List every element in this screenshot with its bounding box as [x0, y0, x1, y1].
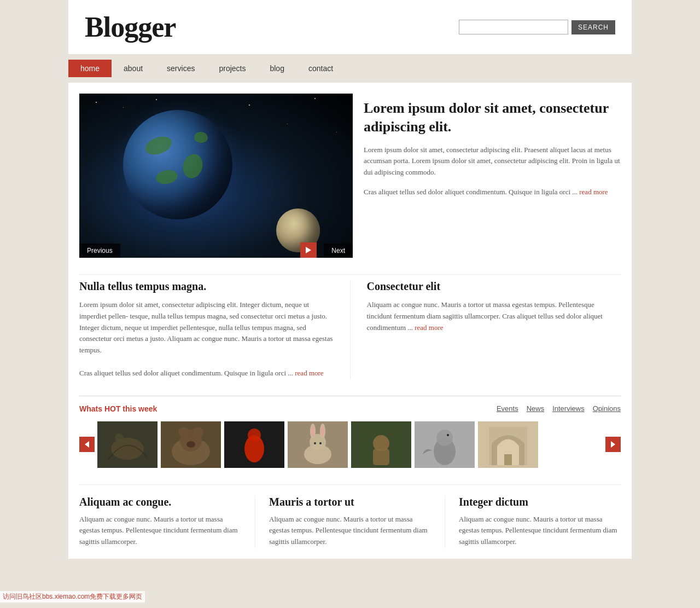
col-left-title: Nulla tellus tempus magna. — [79, 280, 334, 293]
hot-image-grid — [97, 421, 603, 468]
play-button[interactable] — [300, 242, 317, 258]
featured-section: Previous Next Lorem ipsum dolor sit amet… — [79, 94, 621, 258]
nav-link-projects[interactable]: projects — [207, 60, 258, 77]
nav-item-home[interactable]: home — [68, 60, 112, 77]
main-nav: home about services projects blog contac… — [68, 54, 632, 83]
nav-item-projects[interactable]: projects — [207, 60, 258, 77]
search-input[interactable] — [459, 20, 568, 34]
hot-header: Whats HOT this week Events News Intervie… — [79, 404, 621, 413]
hot-prev-button[interactable] — [79, 437, 95, 452]
featured-desc2: Cras aliquet tellus sed dolor aliquet co… — [364, 187, 621, 198]
hot-image-1[interactable] — [97, 421, 158, 468]
svg-point-22 — [319, 442, 322, 444]
col-right-text: Aliquam ac congue nunc. Mauris a tortor … — [367, 299, 621, 333]
prev-button[interactable]: Previous — [79, 244, 120, 258]
bottom-col-2: Mauris a tortor ut Aliquam ac congue nun… — [269, 496, 445, 548]
col-left-read-more[interactable]: read more — [295, 369, 323, 377]
svg-rect-32 — [504, 454, 512, 465]
nav-link-blog[interactable]: blog — [258, 60, 296, 77]
bottom-col-1: Aliquam ac congue. Aliquam ac congue nun… — [79, 496, 255, 548]
nav-item-contact[interactable]: contact — [296, 60, 345, 77]
bottom-col2-text: Aliquam ac congue nunc. Mauris a tortor … — [269, 514, 431, 548]
column-right: Consectetur elit Aliquam ac congue nunc.… — [367, 280, 621, 379]
bottom-col-3: Integer dictum Aliquam ac congue nunc. M… — [459, 496, 621, 548]
two-column-section: Nulla tellus tempus magna. Lorem ipsum d… — [79, 274, 621, 379]
bottom-col1-title: Aliquam ac congue. — [79, 496, 241, 508]
hot-title: Whats HOT this week — [79, 404, 157, 413]
nav-item-services[interactable]: services — [155, 60, 207, 77]
svg-point-9 — [192, 427, 203, 438]
nav-item-blog[interactable]: blog — [258, 60, 296, 77]
svg-point-25 — [373, 435, 389, 451]
bottom-col3-title: Integer dictum — [459, 496, 621, 508]
featured-desc1: Lorem ipsum dolor sit amet, consectetur … — [364, 144, 621, 178]
three-column-section: Aliquam ac congue. Aliquam ac congue nun… — [79, 484, 621, 548]
bottom-col1-text: Aliquam ac congue nunc. Mauris a tortor … — [79, 514, 241, 548]
nav-link-about[interactable]: about — [112, 60, 155, 77]
featured-read-more[interactable]: read more — [579, 188, 608, 196]
featured-image: Previous Next — [79, 94, 353, 258]
svg-point-29 — [447, 434, 449, 436]
svg-point-13 — [248, 429, 261, 442]
nav-link-services[interactable]: services — [155, 60, 207, 77]
bottom-col2-title: Mauris a tortor ut — [269, 496, 431, 508]
nav-link-contact[interactable]: contact — [296, 60, 345, 77]
search-area: SEARCH — [459, 20, 615, 34]
bottom-col3-text: Aliquam ac congue nunc. Mauris a tortor … — [459, 514, 621, 548]
site-logo: Blogger — [85, 11, 176, 43]
svg-marker-1 — [85, 441, 89, 448]
search-button[interactable]: SEARCH — [571, 20, 615, 34]
column-left: Nulla tellus tempus magna. Lorem ipsum d… — [79, 280, 351, 379]
svg-point-8 — [178, 427, 189, 438]
hot-tabs: Events News Interviews Opinions — [497, 404, 621, 413]
featured-text: Lorem ipsum dolor sit amet, consectetur … — [364, 94, 621, 258]
main-content: Previous Next Lorem ipsum dolor sit amet… — [68, 83, 632, 559]
col-left-text: Lorem ipsum dolor sit amet, consectetur … — [79, 299, 334, 379]
svg-point-19 — [311, 425, 314, 437]
featured-title: Lorem ipsum dolor sit amet, consectetur … — [364, 99, 621, 136]
hot-tab-opinions[interactable]: Opinions — [593, 404, 621, 413]
svg-point-4 — [115, 433, 124, 442]
hot-image-2[interactable] — [161, 421, 221, 468]
col-right-read-more[interactable]: read more — [415, 323, 443, 332]
hot-tab-events[interactable]: Events — [497, 404, 518, 413]
svg-point-20 — [321, 425, 324, 437]
svg-point-10 — [186, 441, 195, 448]
svg-marker-33 — [611, 441, 615, 448]
hot-tab-news[interactable]: News — [527, 404, 545, 413]
nav-link-home[interactable]: home — [68, 60, 112, 77]
svg-point-28 — [436, 430, 453, 446]
nav-item-about[interactable]: about — [112, 60, 155, 77]
svg-point-21 — [314, 442, 316, 444]
hot-image-6[interactable] — [415, 421, 475, 468]
col-right-title: Consectetur elit — [367, 280, 621, 293]
hot-image-5[interactable] — [351, 421, 411, 468]
hot-images — [79, 421, 621, 468]
planet-earth — [123, 110, 232, 219]
hot-image-7[interactable] — [478, 421, 538, 468]
hot-image-4[interactable] — [288, 421, 348, 468]
header: Blogger SEARCH — [68, 0, 632, 54]
hot-tab-interviews[interactable]: Interviews — [552, 404, 585, 413]
svg-marker-0 — [306, 247, 311, 253]
hot-image-3[interactable] — [224, 421, 284, 468]
next-button[interactable]: Next — [324, 244, 353, 258]
hot-next-button[interactable] — [605, 437, 621, 452]
hot-section: Whats HOT this week Events News Intervie… — [79, 396, 621, 468]
